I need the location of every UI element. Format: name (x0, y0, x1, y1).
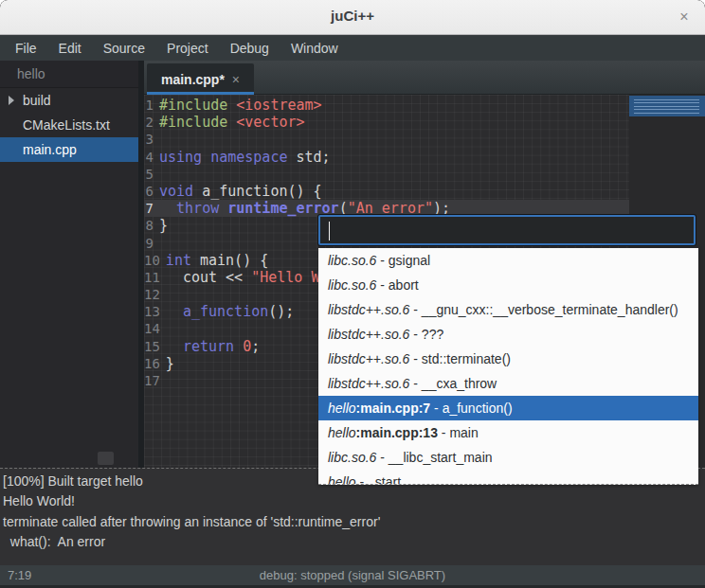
code-token: namespace (210, 149, 287, 166)
line-number: 8 (144, 217, 159, 234)
code-token: a_function (183, 303, 268, 320)
menu-item-window[interactable]: Window (283, 37, 346, 60)
frame-function: _start (368, 474, 401, 485)
tab-label: main.cpp* (161, 72, 225, 87)
sidebar-item-label: build (23, 93, 51, 108)
code-line[interactable]: 2#include <vector> (144, 114, 629, 131)
code-line-text: int main() { (166, 252, 268, 269)
tab-close-icon[interactable]: × (232, 72, 240, 87)
text-cursor (329, 222, 330, 241)
status-debug-state: debug: stopped (signal SIGABRT) (0, 568, 705, 582)
backtrace-item[interactable]: libc.so.6 - gsignal (318, 248, 698, 273)
line-number: 16 (144, 355, 166, 372)
tabbar: main.cpp* × (144, 61, 705, 95)
tab-main-cpp[interactable]: main.cpp* × (147, 63, 254, 95)
sidebar-item-label: main.cpp (23, 142, 77, 157)
frame-function: a_function() (443, 401, 513, 416)
sidebar-scrollbar-thumb[interactable] (98, 452, 114, 465)
sidebar-item-build[interactable]: build (0, 88, 138, 113)
frame-separator: - (376, 253, 388, 268)
line-number: 10 (144, 252, 166, 269)
expander-icon[interactable] (9, 96, 14, 105)
code-token: main() { (191, 252, 268, 269)
frame-library: libstdc++.so.6 (328, 376, 409, 391)
titlebar[interactable]: juCi++ × (0, 0, 705, 35)
line-number: 9 (144, 235, 159, 252)
menu-item-debug[interactable]: Debug (223, 37, 277, 60)
code-line-text: return 0; (166, 338, 260, 355)
code-token: <iostream> (236, 97, 321, 114)
backtrace-item[interactable]: hello:main.cpp:7 - a_function() (318, 396, 698, 420)
code-token: throw (176, 200, 219, 217)
backtrace-item[interactable]: libstdc++.so.6 - std::terminate() (318, 347, 698, 371)
frame-separator: - (409, 351, 421, 366)
code-line-text: void a_function() { (159, 183, 322, 200)
menu-item-edit[interactable]: Edit (51, 37, 89, 60)
project-name-header: hello (0, 61, 138, 88)
menu-item-project[interactable]: Project (159, 37, 216, 60)
backtrace-item[interactable]: libstdc++.so.6 - ??? (318, 322, 698, 347)
code-line-text: cout << "Hello W (166, 269, 320, 286)
code-token (166, 338, 183, 355)
backtrace-filter-input[interactable] (318, 215, 696, 245)
code-line[interactable]: 3 (144, 131, 629, 148)
code-token (227, 114, 236, 131)
line-number: 17 (144, 372, 166, 389)
code-token: #include (159, 97, 227, 114)
window-close-icon[interactable]: × (674, 7, 695, 27)
code-token (227, 97, 236, 114)
menu-item-source[interactable]: Source (96, 37, 153, 60)
frame-separator: - (430, 401, 442, 416)
code-line-text: } (166, 355, 174, 372)
backtrace-item[interactable]: libc.so.6 - abort (318, 273, 698, 297)
minimap-slider[interactable] (629, 96, 705, 116)
backtrace-item[interactable]: libc.so.6 - __libc_start_main (318, 445, 698, 470)
line-number: 1 (144, 97, 159, 114)
frame-location: :main.cpp:13 (356, 425, 438, 440)
backtrace-list[interactable]: libc.so.6 - gsignallibc.so.6 - abortlibs… (318, 248, 698, 485)
code-token (219, 200, 227, 217)
frame-library: hello (328, 474, 356, 485)
code-line[interactable]: 5 (144, 166, 629, 183)
frame-function: std::terminate() (422, 351, 511, 366)
file-tree-sidebar[interactable]: hello buildCMakeLists.txtmain.cpp (0, 61, 138, 468)
code-line[interactable]: 4using namespace std; (144, 149, 629, 166)
line-number: 7 (144, 200, 159, 217)
sidebar-item-cmakelists-txt[interactable]: CMakeLists.txt (0, 113, 138, 137)
frame-library: libc.so.6 (328, 450, 376, 465)
frame-separator: - (438, 425, 449, 440)
frame-separator: - (409, 327, 421, 342)
frame-separator: - (409, 376, 421, 391)
frame-library: hello (328, 401, 356, 416)
frame-function: abort (389, 277, 419, 293)
code-token: using (159, 149, 202, 166)
sidebar-item-main-cpp[interactable]: main.cpp (0, 137, 138, 162)
code-token: } (159, 217, 168, 234)
frame-function: main (449, 425, 478, 440)
line-number: 4 (144, 149, 159, 166)
backtrace-item[interactable]: hello:main.cpp:13 - main (318, 420, 698, 445)
line-number: 5 (144, 166, 159, 183)
backtrace-item[interactable]: libstdc++.so.6 - __cxa_throw (318, 371, 698, 396)
frame-library: libstdc++.so.6 (328, 302, 409, 317)
backtrace-item[interactable]: hello - _start (318, 470, 698, 485)
code-token: (); (268, 303, 294, 320)
frame-separator: - (409, 302, 421, 317)
minimap-code-lines (634, 99, 699, 114)
frame-library: libc.so.6 (328, 253, 376, 268)
code-token: ; (251, 338, 260, 355)
output-line: Hello World! (3, 491, 705, 511)
line-number: 12 (144, 286, 166, 303)
frame-function: __cxa_throw (422, 376, 497, 391)
code-line-text: #include <vector> (159, 114, 305, 131)
line-number: 2 (144, 114, 159, 131)
code-line[interactable]: 6void a_function() { (144, 183, 629, 200)
sidebar-item-label: CMakeLists.txt (23, 117, 110, 133)
statusbar: 7:19 debug: stopped (signal SIGABRT) (0, 565, 705, 588)
code-line-text: #include <iostream> (159, 97, 322, 114)
code-token (166, 303, 183, 320)
frame-library: libstdc++.so.6 (328, 351, 409, 366)
backtrace-item[interactable]: libstdc++.so.6 - __gnu_cxx::__verbose_te… (318, 297, 698, 322)
menu-item-file[interactable]: File (8, 37, 45, 60)
code-line[interactable]: 1#include <iostream> (144, 97, 629, 114)
